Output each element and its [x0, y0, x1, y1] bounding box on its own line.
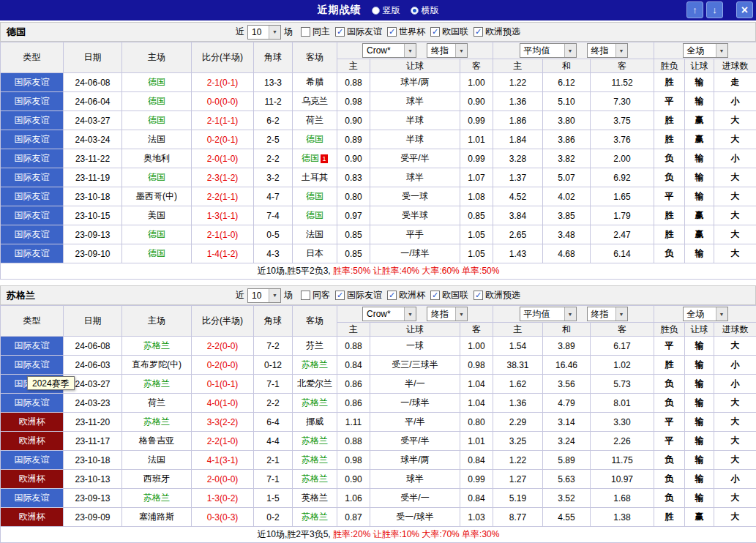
odds-stage-select[interactable]: 终指 ▼ [427, 43, 468, 58]
checkbox-label: 同主 [312, 26, 330, 38]
odds-home-cell: 0.84 [337, 356, 370, 375]
col-header-corners: 角球 [254, 42, 293, 73]
avg-home-cell: 8.77 [493, 508, 543, 527]
corners-cell: 7-1 [254, 470, 293, 489]
score-cell: 4-0(1-0) [192, 394, 254, 413]
checkbox-icon[interactable]: ✓ [430, 27, 440, 37]
away-team-cell: 日本 [293, 244, 337, 263]
date-cell: 23-11-22 [64, 149, 122, 168]
result-cell: 平 [654, 92, 685, 111]
subcol-odds-away: 客 [460, 323, 493, 337]
corners-cell: 6-4 [254, 413, 293, 432]
col-header-score: 比分(半场) [192, 42, 254, 73]
average-stage-select[interactable]: 终指 ▼ [587, 307, 628, 321]
average-stage-select[interactable]: 终指 ▼ [587, 43, 628, 58]
match-row[interactable]: 国际友谊 23-10-18 法国 4-1(3-1) 2-1 苏格兰 0.98 球… [1, 451, 756, 470]
filter-checkbox-0[interactable]: 同主 [301, 26, 330, 38]
checkbox-icon[interactable]: ✓ [474, 291, 483, 300]
handicap-line-cell: 受平/半 [370, 432, 460, 451]
filter-bar: 近 10 ▼ 场 同客✓国际友谊✓欧洲杯✓欧国联✓欧洲预选 [236, 288, 520, 303]
chevron-down-icon: ▼ [564, 44, 576, 57]
checkbox-icon[interactable]: ✓ [430, 291, 440, 300]
checkbox-icon[interactable] [301, 27, 310, 37]
goals-result-cell: 大 [714, 111, 756, 130]
match-row[interactable]: 国际友谊 24-03-27 苏格兰 0-1(0-1) 7-1 北爱尔兰 0.86… [1, 375, 756, 394]
avg-home-cell: 1.27 [493, 470, 543, 489]
goals-result-cell: 大 [714, 508, 756, 527]
filter-checkbox-4[interactable]: ✓欧洲预选 [474, 289, 520, 302]
average-select[interactable]: 平均值 ▼ [520, 307, 577, 321]
match-row[interactable]: 国际友谊 24-06-03 直布罗陀(中) 0-2(0-0) 0-12 苏格兰 … [1, 356, 756, 375]
checkbox-icon[interactable]: ✓ [387, 291, 397, 300]
filter-checkbox-4[interactable]: ✓欧洲预选 [474, 26, 520, 38]
match-row[interactable]: 国际友谊 24-03-27 德国 2-1(1-1) 6-2 荷兰 0.90 半球… [1, 111, 756, 130]
score-cell: 2-2(0-0) [192, 337, 254, 356]
odds-company-select[interactable]: Crow* ▼ [362, 307, 416, 321]
match-type-cell: 国际友谊 [1, 168, 64, 187]
date-cell: 23-10-13 [64, 470, 122, 489]
close-button[interactable]: × [736, 1, 753, 18]
avg-away-cell: 6.17 [591, 337, 654, 356]
handicap-result-cell: 输 [685, 337, 714, 356]
odds-away-cell: 1.01 [460, 130, 493, 149]
match-row[interactable]: 国际友谊 23-11-22 奥地利 2-0(1-0) 2-2 德国1 0.90 … [1, 149, 756, 168]
season-tooltip: 2024赛季 [27, 376, 75, 390]
filter-checkbox-3[interactable]: ✓欧国联 [430, 26, 468, 38]
avg-home-cell: 1.86 [493, 111, 543, 130]
match-row[interactable]: 国际友谊 24-03-24 法国 0-2(0-1) 2-5 德国 0.89 半球… [1, 130, 756, 149]
match-row[interactable]: 欧洲杯 23-11-20 苏格兰 3-3(2-2) 6-4 挪威 1.11 平/… [1, 413, 756, 432]
odds-home-cell: 0.80 [337, 187, 370, 206]
match-row[interactable]: 国际友谊 23-10-15 美国 1-3(1-1) 7-4 德国 0.97 受半… [1, 206, 756, 225]
games-count-select[interactable]: 10 ▼ [247, 25, 281, 40]
chevron-down-icon: ▼ [404, 44, 416, 57]
date-cell: 24-06-08 [64, 337, 122, 356]
checkbox-icon[interactable]: ✓ [335, 291, 345, 300]
away-team-cell: 德国 [293, 130, 337, 149]
result-cell: 负 [654, 394, 685, 413]
odds-away-cell: 0.99 [460, 470, 493, 489]
away-team-cell: 法国 [293, 225, 337, 244]
avg-away-cell: 2.00 [591, 149, 654, 168]
filter-checkbox-2[interactable]: ✓欧洲杯 [387, 289, 425, 302]
odds-company-select[interactable]: Crow* ▼ [362, 43, 416, 58]
match-row[interactable]: 欧洲杯 23-09-09 塞浦路斯 0-3(0-3) 0-2 苏格兰 0.87 … [1, 508, 756, 527]
filter-checkbox-3[interactable]: ✓欧国联 [430, 289, 468, 302]
match-row[interactable]: 国际友谊 23-09-13 德国 2-1(1-0) 0-5 法国 0.85 平手… [1, 225, 756, 244]
games-count-select[interactable]: 10 ▼ [247, 288, 281, 303]
scope-select[interactable]: 全场 ▼ [683, 307, 728, 321]
scroll-down-button[interactable]: ↓ [706, 1, 723, 18]
filter-checkbox-1[interactable]: ✓国际友谊 [335, 26, 382, 38]
radio-horizontal-layout[interactable]: 横版 [411, 4, 439, 17]
checkbox-icon[interactable] [301, 291, 310, 300]
match-row[interactable]: 国际友谊 24-03-23 荷兰 4-0(1-0) 2-2 苏格兰 0.86 一… [1, 394, 756, 413]
score-cell: 0-3(0-3) [192, 508, 254, 527]
checkbox-icon[interactable]: ✓ [474, 27, 483, 37]
match-row[interactable]: 国际友谊 24-06-08 德国 2-1(0-1) 13-3 希腊 0.88 球… [1, 73, 756, 92]
match-row[interactable]: 国际友谊 24-06-08 苏格兰 2-2(0-0) 7-2 芬兰 0.88 一… [1, 337, 756, 356]
radio-icon[interactable] [411, 7, 419, 15]
match-row[interactable]: 国际友谊 24-06-04 德国 0-0(0-0) 11-2 乌克兰 0.98 … [1, 92, 756, 111]
match-row[interactable]: 国际友谊 23-09-10 德国 1-4(1-2) 4-3 日本 0.85 一/… [1, 244, 756, 263]
odds-stage-select[interactable]: 终指 ▼ [427, 307, 468, 321]
match-row[interactable]: 欧洲杯 23-11-17 格鲁吉亚 2-2(1-0) 4-4 苏格兰 0.88 … [1, 432, 756, 451]
average-select[interactable]: 平均值 ▼ [520, 43, 577, 58]
home-team-cell: 墨西哥(中) [122, 187, 192, 206]
checkbox-icon[interactable]: ✓ [335, 27, 345, 37]
odds-home-cell: 0.88 [337, 337, 370, 356]
scroll-up-button[interactable]: ↑ [686, 1, 703, 18]
filter-checkbox-0[interactable]: 同客 [301, 289, 330, 302]
radio-vertical-layout[interactable]: 竖版 [372, 4, 400, 17]
match-row[interactable]: 国际友谊 23-10-18 墨西哥(中) 2-2(1-1) 4-7 德国 0.8… [1, 187, 756, 206]
avg-away-cell: 11.52 [591, 73, 654, 92]
checkbox-icon[interactable]: ✓ [387, 27, 397, 37]
match-row[interactable]: 国际友谊 23-09-13 苏格兰 1-3(0-2) 1-5 英格兰 1.06 … [1, 489, 756, 508]
filter-checkbox-1[interactable]: ✓国际友谊 [335, 289, 382, 302]
section-header: 德国 近 10 ▼ 场 同主✓国际友谊✓世界杯✓欧国联✓欧洲预选 [0, 22, 756, 42]
avg-draw-cell: 3.86 [543, 130, 591, 149]
match-row[interactable]: 欧洲杯 23-10-13 西班牙 2-0(0-0) 7-1 苏格兰 0.90 球… [1, 470, 756, 489]
match-row[interactable]: 国际友谊 23-11-19 德国 2-3(1-2) 3-2 土耳其 0.83 球… [1, 168, 756, 187]
radio-icon[interactable] [372, 7, 380, 15]
handicap-result-cell: 赢 [685, 111, 714, 130]
scope-select[interactable]: 全场 ▼ [683, 43, 728, 58]
filter-checkbox-2[interactable]: ✓世界杯 [387, 26, 425, 38]
